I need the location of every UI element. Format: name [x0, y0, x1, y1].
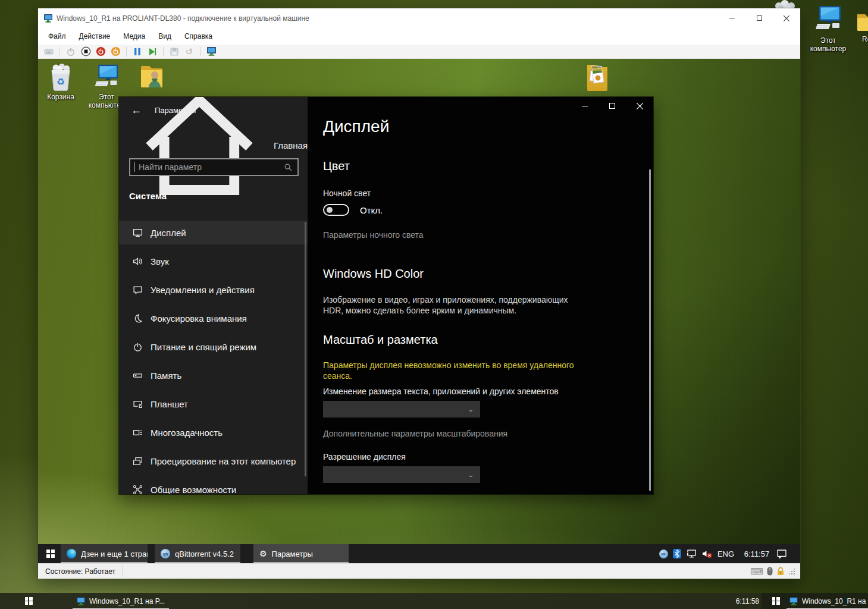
save-icon: [170, 47, 179, 56]
pause-vm-button[interactable]: [131, 46, 143, 58]
vmconnect-toolbar: ↺: [38, 45, 800, 59]
search-icon: [284, 163, 293, 172]
host-clock[interactable]: 6:11:58: [723, 593, 759, 609]
host-this-pc-icon[interactable]: Этот компьютер: [807, 5, 850, 54]
qbittorrent-icon: qb: [161, 549, 170, 558]
vm-screen: ♻ Корзина Этот компьютер: [38, 59, 800, 563]
ctrl-alt-del-button[interactable]: [43, 46, 55, 58]
vmconnect-titlebar[interactable]: Windows_10_R1 на PROLIANT-DL380 - подклю…: [38, 8, 800, 28]
computer-icon: [814, 5, 842, 34]
sidebar-item-multitasking[interactable]: Многозадачность: [119, 420, 308, 444]
vm-recycle-bin-icon[interactable]: ♻ Корзина: [40, 64, 81, 101]
sidebar-item-tablet[interactable]: Планшет: [119, 392, 308, 416]
sidebar-item-label: Звук: [151, 256, 169, 266]
edge-icon: [67, 549, 76, 558]
host-task-vmconnect[interactable]: Windows_10_R1 на P...: [73, 593, 169, 609]
windows-logo-icon: [25, 597, 33, 605]
sidebar-item-projecting[interactable]: Проецирование на этот компьютер: [119, 449, 308, 473]
tray-language-indicator[interactable]: ENG: [715, 544, 737, 563]
settings-minimize-button[interactable]: [571, 97, 598, 115]
sidebar-item-sound[interactable]: Звук: [119, 249, 308, 273]
resize-grip[interactable]: [788, 568, 795, 575]
sidebar-item-shared[interactable]: Общие возможности: [119, 478, 308, 494]
host-start-button-monitor2[interactable]: [764, 593, 788, 609]
night-light-label: Ночной свет: [323, 189, 371, 198]
recycle-bin-icon: ♻: [48, 64, 74, 91]
host-folder-rou-label: Rou: [862, 35, 868, 43]
host-start-button[interactable]: [15, 593, 42, 609]
host-desktop: Этот компьютер Rou Windows_10_R1 на PROL…: [0, 0, 868, 609]
keyboard-icon: [44, 47, 54, 56]
night-light-settings-link[interactable]: Параметры ночного света: [323, 230, 424, 240]
sidebar-item-focus[interactable]: Фокусировка внимания: [119, 306, 308, 330]
sidebar-item-display[interactable]: Дисплей: [119, 221, 308, 244]
sidebar-item-home[interactable]: Главная: [119, 135, 308, 155]
tray-volume-muted-icon[interactable]: [700, 544, 715, 563]
hdr-heading: Windows HD Color: [323, 267, 424, 281]
turn-off-button[interactable]: [95, 46, 106, 58]
scale-heading: Масштаб и разметка: [323, 333, 438, 347]
menu-action[interactable]: Действие: [73, 29, 117, 43]
minimize-button[interactable]: [718, 8, 745, 28]
close-icon: [784, 15, 789, 21]
host-folder-rou-icon[interactable]: Rou: [850, 10, 868, 43]
action-center-icon[interactable]: [771, 544, 792, 563]
play-icon: [148, 48, 156, 56]
taskbar-task-qbittorrent[interactable]: qb qBittorrent v4.5.2: [155, 544, 240, 563]
host-task-vmconnect-monitor2[interactable]: Windows_10_R1 на P.: [786, 593, 868, 609]
start-vm-button[interactable]: [65, 46, 77, 58]
menu-media[interactable]: Медиа: [117, 29, 152, 43]
save-vm-button[interactable]: [168, 46, 180, 58]
search-input[interactable]: [134, 162, 284, 172]
scale-dropdown[interactable]: ⌄: [323, 401, 480, 417]
stop-icon: [81, 46, 91, 56]
vm-taskbar: Дзен и еще 1 страни... qb qBittorrent v4…: [38, 544, 800, 563]
sidebar-item-label: Питание и спящий режим: [151, 342, 256, 352]
menu-view[interactable]: Вид: [152, 29, 178, 43]
settings-maximize-button[interactable]: [598, 97, 626, 115]
menu-file[interactable]: Файл: [42, 29, 73, 43]
resolution-dropdown[interactable]: ⌄: [323, 466, 480, 483]
vmconnect-statusbar: Состояние: Работает ⌨: [38, 563, 800, 579]
tray-network-icon[interactable]: [684, 544, 700, 563]
menu-help[interactable]: Справка: [178, 29, 219, 43]
search-box[interactable]: [129, 158, 299, 176]
settings-close-button[interactable]: [626, 97, 653, 115]
close-button[interactable]: [773, 8, 800, 28]
enhanced-session-button[interactable]: [205, 46, 217, 58]
tray-clock[interactable]: 6:11:57: [739, 544, 775, 563]
task-label: Параметры: [272, 550, 313, 558]
vm-pictures-folder-icon[interactable]: [576, 60, 618, 93]
windows-logo-icon: [46, 550, 55, 558]
computer-icon: [93, 64, 120, 91]
host-recycle-bin-icon[interactable]: [772, 0, 801, 8]
revert-vm-button[interactable]: ↺: [183, 46, 195, 58]
close-icon: [637, 103, 643, 109]
night-light-toggle[interactable]: [323, 204, 349, 216]
taskbar-task-edge[interactable]: Дзен и еще 1 страни...: [61, 544, 148, 563]
main-scrollbar[interactable]: [649, 169, 651, 491]
taskbar-task-settings[interactable]: ⚙ Параметры: [253, 544, 349, 563]
page-title: Дисплей: [323, 117, 389, 136]
stop-vm-button[interactable]: [80, 46, 92, 58]
sidebar-scrollbar[interactable]: [305, 222, 306, 476]
sidebar-item-storage[interactable]: Память: [119, 363, 308, 387]
sidebar-item-notifications[interactable]: Уведомления и действия: [119, 278, 308, 302]
tray-qbittorrent-icon[interactable]: qb: [657, 544, 670, 563]
mouse-capture-icon: [767, 567, 773, 576]
sidebar-item-label: Дисплей: [151, 228, 186, 238]
multitasking-icon: [133, 428, 143, 438]
chevron-down-icon: ⌄: [468, 471, 474, 478]
vm-start-button[interactable]: [38, 544, 63, 563]
scale-label: Изменение размера текста, приложений и д…: [323, 387, 559, 396]
tray-bluetooth-icon[interactable]: [670, 544, 684, 563]
color-section-heading: Цвет: [323, 159, 350, 173]
sidebar-item-label: Фокусировка внимания: [151, 313, 247, 324]
advanced-scaling-link[interactable]: Дополнительные параметры масштабирования: [323, 429, 507, 438]
sidebar-item-power[interactable]: Питание и спящий режим: [119, 335, 308, 359]
sidebar-item-label: Память: [151, 371, 181, 381]
resume-vm-button[interactable]: [146, 46, 158, 58]
vm-user-folder-icon[interactable]: [131, 62, 173, 90]
shut-down-button[interactable]: [109, 46, 121, 58]
maximize-button[interactable]: [745, 8, 773, 28]
